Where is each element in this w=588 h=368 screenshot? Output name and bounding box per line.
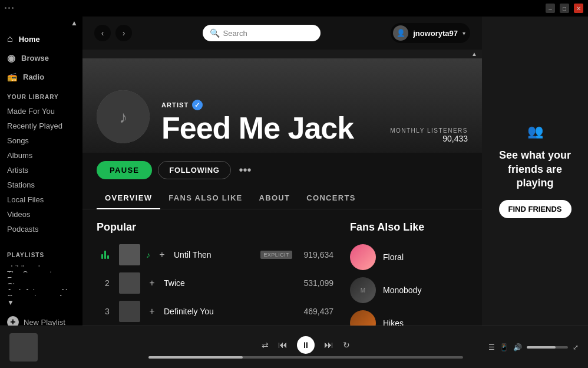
- popular-section: Popular ♪ + Until The: [97, 221, 338, 326]
- back-button[interactable]: ‹: [94, 25, 111, 41]
- sidebar-collapse-button[interactable]: ▲: [0, 17, 82, 29]
- fan-artist-avatar-hikes: [350, 310, 376, 326]
- artist-info: ARTIST ✓ Feed Me Jack: [161, 100, 378, 143]
- minimize-button[interactable]: –: [546, 4, 555, 13]
- close-button[interactable]: ✕: [574, 4, 583, 13]
- volume-icon[interactable]: 🔊: [513, 343, 522, 351]
- fan-artist-name-monobody: Monobody: [383, 285, 421, 295]
- player-right-controls: ☰ 📱 🔊 ⤢: [473, 343, 579, 351]
- find-friends-button[interactable]: FIND FRIENDS: [499, 200, 572, 218]
- window-controls[interactable]: – □ ✕: [546, 4, 583, 13]
- volume-bar[interactable]: [527, 346, 568, 349]
- new-playlist-button[interactable]: + New Playlist: [0, 311, 82, 326]
- devices-button[interactable]: 📱: [500, 343, 508, 351]
- track-number-3: 3: [101, 307, 113, 316]
- playlist-item-oh[interactable]: Oh: [0, 278, 82, 284]
- playlist-item-cornerstones-hu[interactable]: Cornerstones of Hu...: [0, 290, 82, 296]
- track-number-2: 2: [101, 278, 113, 288]
- artist-page: ▲ ♪ ARTIST ✓ Feed Me Jack: [82, 50, 482, 326]
- sidebar-item-home[interactable]: ⌂ Home: [0, 29, 82, 48]
- tab-about[interactable]: ABOUT: [251, 188, 299, 209]
- artist-image: ♪: [97, 90, 150, 143]
- fullscreen-button[interactable]: ⤢: [573, 343, 579, 351]
- sidebar-item-songs[interactable]: Songs: [0, 133, 82, 148]
- nav-arrows: ‹ ›: [94, 25, 132, 41]
- table-row[interactable]: 2 + Twice 531,099: [97, 269, 338, 297]
- plus-icon: +: [7, 316, 19, 326]
- sidebar-item-recently-played[interactable]: Recently Played: [0, 119, 82, 133]
- show-more-playlists-button[interactable]: ▼: [7, 298, 14, 307]
- player-buttons: ⇄ ⏮ ⏸ ⏭ ↻: [262, 336, 350, 354]
- content-area: Popular ♪ + Until The: [82, 209, 482, 326]
- search-input[interactable]: [223, 29, 306, 38]
- fan-artist-name-floral: Floral: [383, 252, 404, 262]
- action-bar: PAUSE FOLLOWING •••: [82, 153, 482, 188]
- sidebar-item-browse-label: Browse: [21, 54, 49, 63]
- pause-button[interactable]: PAUSE: [97, 161, 152, 179]
- next-button[interactable]: ⏭: [324, 340, 333, 350]
- svg-text:♪: ♪: [119, 108, 127, 126]
- sidebar-item-artists[interactable]: Artists: [0, 163, 82, 178]
- forward-button[interactable]: ›: [115, 25, 132, 41]
- dropdown-arrow-icon: ▾: [463, 30, 465, 37]
- volume-fill: [527, 346, 556, 349]
- track-add-button-3[interactable]: +: [146, 306, 158, 317]
- artist-name: Feed Me Jack: [161, 113, 378, 143]
- list-item[interactable]: Floral: [350, 241, 468, 274]
- sidebar-item-podcasts[interactable]: Podcasts: [0, 222, 82, 236]
- track-thumbnail-1: [119, 244, 140, 265]
- list-item[interactable]: M Monobody: [350, 274, 468, 307]
- queue-button[interactable]: ☰: [488, 343, 495, 351]
- tab-concerts[interactable]: CONCERTS: [298, 188, 364, 209]
- table-row[interactable]: ♪ + Until Then EXPLICIT 919,634: [97, 241, 338, 269]
- play-pause-button[interactable]: ⏸: [297, 336, 315, 354]
- search-bar[interactable]: 🔍: [203, 25, 321, 41]
- sidebar-item-local-files[interactable]: Local Files: [0, 192, 82, 207]
- playlist-item-for-you[interactable]: For you: [0, 272, 82, 278]
- list-item[interactable]: Hikes: [350, 307, 468, 326]
- friends-icon: 👥: [527, 124, 543, 139]
- playlist-item-jack-johnson[interactable]: Jack Johnson - All i...: [0, 284, 82, 290]
- maximize-button[interactable]: □: [560, 4, 569, 13]
- track-add-button-1[interactable]: +: [156, 249, 168, 260]
- monthly-listeners: MONTHLY LISTENERS 90,433: [390, 127, 468, 143]
- user-menu[interactable]: 👤 jnoworyta97 ▾: [391, 23, 470, 43]
- nav-tabs: OVERVIEW FANS ALSO LIKE ABOUT CONCERTS: [82, 188, 482, 209]
- shuffle-button[interactable]: ⇄: [262, 340, 269, 350]
- table-row[interactable]: 3 + Definitely You 469,437: [97, 297, 338, 326]
- search-icon: 🔍: [210, 28, 220, 38]
- artist-type-label: ARTIST ✓: [161, 100, 378, 110]
- user-avatar: 👤: [393, 25, 408, 41]
- your-library-section-label: YOUR LIBRARY: [0, 86, 82, 104]
- track-explicit-badge-1: EXPLICIT: [260, 251, 292, 259]
- progress-bar-container: [148, 356, 463, 359]
- monthly-listeners-label: MONTHLY LISTENERS: [390, 127, 468, 134]
- track-name-2: Twice: [164, 278, 292, 288]
- tab-fans-also-like[interactable]: FANS ALSO LIKE: [160, 188, 250, 209]
- sidebar-item-stations[interactable]: Stations: [0, 178, 82, 192]
- following-button[interactable]: FOLLOWING: [158, 161, 230, 179]
- sidebar-item-radio[interactable]: 📻 Radio: [0, 68, 82, 86]
- progress-fill: [148, 356, 243, 359]
- track-plays-2: 531,099: [298, 278, 333, 288]
- player-thumbnail: [9, 333, 38, 362]
- fans-also-like-title: Fans Also Like: [350, 221, 468, 234]
- track-add-button-2[interactable]: +: [146, 278, 158, 288]
- repeat-button[interactable]: ↻: [343, 340, 350, 350]
- tab-overview[interactable]: OVERVIEW: [97, 188, 160, 209]
- sidebar-item-browse[interactable]: ◉ Browse: [0, 48, 82, 68]
- playlist-item-childhood[interactable]: childhood: [0, 261, 82, 267]
- sidebar-item-made-for-you[interactable]: Made For You: [0, 104, 82, 119]
- track-name-1: Until Then: [174, 250, 255, 259]
- sidebar-item-videos[interactable]: Videos: [0, 207, 82, 222]
- progress-bar[interactable]: [148, 356, 463, 359]
- verified-badge: ✓: [192, 100, 203, 110]
- sidebar-item-radio-label: Radio: [23, 73, 44, 81]
- app-menu-dots[interactable]: [5, 4, 13, 12]
- playlist-item-cornerstones-o[interactable]: The Cornerstones o...: [0, 267, 82, 272]
- previous-button[interactable]: ⏮: [278, 340, 288, 350]
- track-playing-icon: ♪: [146, 250, 150, 259]
- artist-header: ♪ ARTIST ✓ Feed Me Jack MONTHLY LISTENER…: [82, 58, 482, 153]
- more-options-button[interactable]: •••: [237, 161, 254, 179]
- sidebar-item-albums[interactable]: Albums: [0, 148, 82, 163]
